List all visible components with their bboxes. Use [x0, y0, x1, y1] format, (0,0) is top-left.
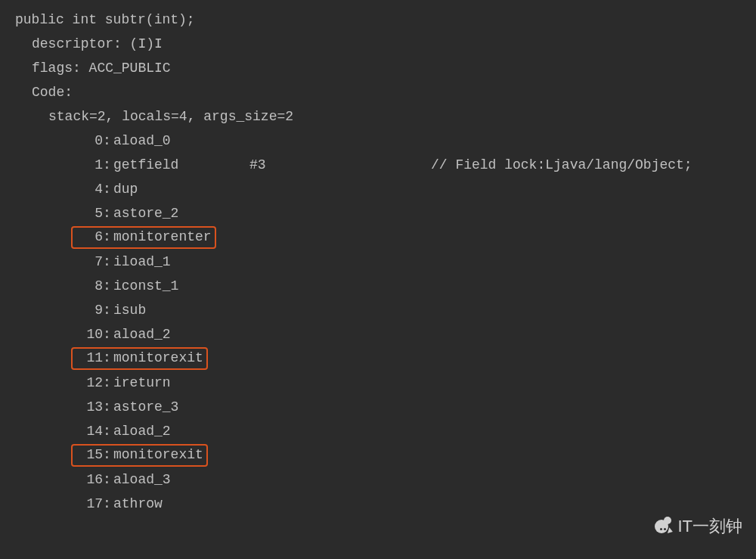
bytecode-offset: 10 [74, 322, 103, 346]
bytecode-offset: 12 [74, 371, 103, 395]
bytecode-offset: 15 [74, 446, 103, 464]
wechat-icon [653, 517, 673, 536]
code-header-text: Code: [32, 85, 73, 100]
bytecode-offset: 14 [74, 419, 103, 443]
bytecode-offset: 13 [74, 395, 103, 419]
bytecode-opcode: aload_2 [113, 419, 171, 443]
bytecode-line: 8: iconst_1 [15, 274, 741, 298]
bytecode-offset: 16 [74, 467, 103, 492]
bytecode-line: 12: ireturn [15, 371, 741, 395]
colon: : [103, 492, 113, 516]
code-header-text: public int subtr(int); [15, 12, 195, 27]
bytecode-opcode: aload_0 [113, 129, 171, 153]
colon: : [103, 395, 113, 419]
bytecode-opcode: astore_3 [113, 395, 178, 419]
bytecode-line: 0: aload_0 [15, 129, 741, 153]
bytecode-line: 1: getfield#3// Field lock:Ljava/lang/Ob… [15, 153, 741, 177]
bytecode-line: 13: astore_3 [15, 395, 741, 419]
code-header-line: flags: ACC_PUBLIC [15, 56, 741, 80]
bytecode-offset: 17 [74, 492, 103, 516]
colon: : [103, 129, 113, 153]
highlight-box: 11: monitorexit [71, 347, 208, 370]
colon: : [103, 467, 113, 492]
bytecode-offset: 5 [74, 201, 103, 225]
watermark-text: IT一刻钟 [677, 515, 742, 538]
colon: : [103, 228, 113, 246]
highlight-box: 6: monitorenter [71, 226, 216, 249]
bytecode-line: 7: iload_1 [15, 250, 741, 274]
code-header-text: descriptor: (I)I [32, 36, 163, 51]
colon: : [103, 349, 113, 367]
bytecode-offset: 1 [74, 153, 103, 177]
colon: : [103, 274, 113, 298]
bytecode-line: 11: monitorexit [15, 346, 741, 371]
colon: : [103, 201, 113, 225]
bytecode-offset: 6 [74, 228, 103, 246]
bytecode-offset: 9 [74, 298, 103, 322]
code-header-text: stack=2, locals=4, args_size=2 [48, 109, 293, 124]
bytecode-opcode: iload_1 [113, 250, 171, 274]
colon: : [103, 153, 113, 177]
bytecode-opcode: aload_2 [113, 322, 171, 346]
colon: : [103, 177, 113, 201]
bytecode-opcode: aload_3 [113, 467, 171, 492]
colon: : [103, 371, 113, 395]
bytecode-line: 17: athrow [15, 492, 741, 516]
colon: : [103, 322, 113, 346]
bytecode-offset: 4 [74, 177, 103, 201]
bytecode-listing: public int subtr(int);descriptor: (I)Ifl… [0, 0, 756, 523]
bytecode-offset: 7 [74, 250, 103, 274]
bytecode-comment: // Field lock:Ljava/lang/Object; [431, 153, 692, 177]
bytecode-offset: 11 [74, 349, 103, 367]
code-header-line: stack=2, locals=4, args_size=2 [15, 104, 741, 129]
bytecode-opcode: getfield [113, 153, 178, 177]
bytecode-opcode: dup [113, 177, 138, 201]
colon: : [103, 446, 113, 464]
bytecode-opcode: monitorexit [113, 446, 203, 464]
bytecode-line: 16: aload_3 [15, 467, 741, 492]
bytecode-opcode: astore_2 [113, 201, 178, 225]
bytecode-line: 9: isub [15, 298, 741, 322]
bytecode-opcode: monitorenter [113, 228, 212, 246]
highlight-box: 15: monitorexit [71, 444, 208, 467]
bytecode-line: 5: astore_2 [15, 201, 741, 225]
code-header-text: flags: ACC_PUBLIC [32, 61, 171, 76]
bytecode-opcode: ireturn [113, 371, 171, 395]
bytecode-opcode: iconst_1 [113, 274, 178, 298]
bytecode-offset: 0 [74, 129, 103, 153]
bytecode-line: 6: monitorenter [15, 225, 741, 250]
bytecode-arg: #3 [249, 153, 266, 177]
code-header-line: Code: [15, 80, 741, 104]
bytecode-offset: 8 [74, 274, 103, 298]
bytecode-opcode: isub [113, 298, 146, 322]
bytecode-line: 10: aload_2 [15, 322, 741, 346]
colon: : [103, 419, 113, 443]
bytecode-opcode: athrow [113, 492, 163, 516]
code-header-line: descriptor: (I)I [15, 32, 741, 56]
colon: : [103, 250, 113, 274]
code-header-line: public int subtr(int); [15, 8, 741, 32]
bytecode-opcode: monitorexit [113, 349, 203, 367]
colon: : [103, 298, 113, 322]
bytecode-line: 4: dup [15, 177, 741, 201]
watermark: IT一刻钟 [653, 515, 742, 538]
bytecode-line: 14: aload_2 [15, 419, 741, 443]
bytecode-line: 15: monitorexit [15, 443, 741, 467]
